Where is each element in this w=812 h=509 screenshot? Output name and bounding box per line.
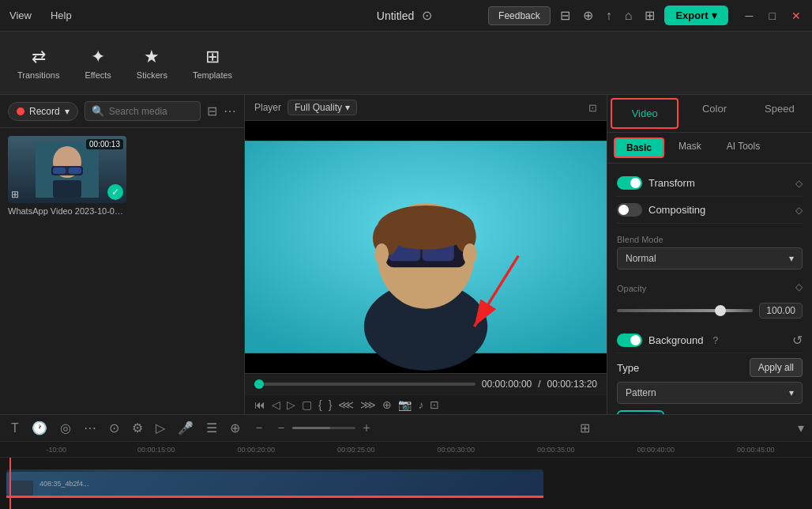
headphones-icon[interactable]: ⌂ bbox=[622, 7, 636, 25]
clip-thumbnail bbox=[9, 481, 33, 496]
quality-chevron: ▾ bbox=[345, 102, 350, 113]
list-icon[interactable]: ☰ bbox=[203, 419, 220, 437]
tab-speed[interactable]: Speed bbox=[747, 95, 812, 132]
compositing-knob bbox=[618, 205, 629, 215]
clock-icon[interactable]: 🕐 bbox=[28, 419, 51, 437]
tab-video[interactable]: Video bbox=[611, 98, 679, 129]
pattern-inner bbox=[618, 412, 663, 414]
snapshot-button[interactable]: 📷 bbox=[398, 398, 412, 411]
skip-back-button[interactable]: ⏮ bbox=[254, 398, 265, 411]
background-reset-icon[interactable]: ↺ bbox=[792, 333, 803, 348]
more-tools-icon[interactable]: ⋯ bbox=[81, 419, 100, 437]
media-item[interactable]: 00:00:13 ✓ ⊞ WhatsApp Video 2023-10-05..… bbox=[8, 136, 126, 216]
blend-mode-select[interactable]: Normal ▾ bbox=[617, 247, 803, 270]
record-button[interactable]: Record ▾ bbox=[8, 102, 78, 121]
mic-icon[interactable]: 🎤 bbox=[175, 419, 197, 437]
filter-icon[interactable]: ⊟ bbox=[207, 104, 217, 119]
settings-icon[interactable]: ⚙ bbox=[129, 419, 146, 437]
maximize-button[interactable]: □ bbox=[765, 8, 780, 24]
minus-icon[interactable]: － bbox=[250, 418, 269, 438]
transform-toggle[interactable] bbox=[617, 176, 642, 190]
pattern-thumbnail[interactable]: ⊙ bbox=[617, 410, 664, 414]
grid-icon[interactable]: ⊞ bbox=[641, 6, 658, 25]
fullscreen-icon[interactable]: ⊡ bbox=[588, 102, 597, 114]
background-row: Background ? ↺ bbox=[617, 325, 803, 353]
search-icon: 🔍 bbox=[92, 105, 104, 117]
sub-tab-mask[interactable]: Mask bbox=[667, 138, 712, 158]
toolbar-item-transitions[interactable]: ⇄ Transitions bbox=[6, 42, 70, 85]
toolbar-item-stickers[interactable]: ★ Stickers bbox=[126, 42, 179, 85]
sub-tab-aitools[interactable]: AI Tools bbox=[716, 138, 771, 158]
current-time: 00:00:00:00 bbox=[482, 379, 532, 390]
ruler-mark-0: -10:00 bbox=[6, 446, 107, 454]
background-toggle[interactable] bbox=[617, 334, 642, 347]
progress-track bbox=[254, 383, 476, 386]
zoom-plus-button[interactable]: ＋ bbox=[360, 420, 373, 436]
add-to-timeline-button[interactable]: ⊕ bbox=[382, 398, 392, 411]
text-tool-icon[interactable]: T bbox=[8, 420, 22, 437]
tab-color[interactable]: Color bbox=[682, 95, 746, 132]
mark-out-button[interactable]: } bbox=[329, 398, 333, 411]
compositing-row: Compositing ◇ bbox=[617, 197, 803, 224]
menu-view[interactable]: View bbox=[6, 8, 35, 23]
right-panel-sub-tabs: Basic Mask AI Tools bbox=[607, 133, 812, 164]
progress-thumb[interactable] bbox=[254, 379, 264, 389]
flags-icon[interactable]: ▷ bbox=[152, 419, 168, 437]
opacity-slider[interactable] bbox=[617, 309, 753, 312]
emoji-icon[interactable]: ◎ bbox=[57, 419, 74, 437]
playhead[interactable] bbox=[9, 458, 11, 509]
close-button[interactable]: ✕ bbox=[787, 8, 806, 24]
opacity-value: 100.00 bbox=[759, 303, 803, 319]
timeline-track[interactable]: 408:35_4b2f4... bbox=[6, 469, 543, 498]
toolbar-item-templates[interactable]: ⊞ Templates bbox=[182, 42, 243, 85]
feedback-button[interactable]: Feedback bbox=[488, 6, 551, 25]
export-button[interactable]: Export ▾ bbox=[664, 6, 727, 25]
cloud-icon[interactable]: ⊕ bbox=[580, 6, 596, 25]
progress-bar-container[interactable] bbox=[254, 383, 476, 386]
svg-rect-5 bbox=[53, 180, 81, 198]
window-controls: ─ □ ✕ bbox=[741, 8, 806, 24]
audio-button[interactable]: ♪ bbox=[418, 398, 423, 411]
target-icon[interactable]: ⊙ bbox=[106, 419, 122, 437]
menu-help[interactable]: Help bbox=[47, 8, 75, 23]
mark-in-button[interactable]: { bbox=[318, 398, 322, 411]
zoom-minus-button[interactable]: － bbox=[275, 420, 288, 436]
upload-icon[interactable]: ↑ bbox=[603, 7, 615, 25]
minimize-button[interactable]: ─ bbox=[741, 8, 758, 24]
person-icon[interactable]: ⊕ bbox=[227, 419, 243, 437]
right-panel: Video Color Speed Basic Mask AI Tools bbox=[607, 95, 812, 414]
next-frame-button[interactable]: ⋙ bbox=[360, 398, 376, 411]
title-info-icon[interactable]: ⊙ bbox=[419, 6, 435, 25]
more-options-icon[interactable]: ⋯ bbox=[224, 104, 236, 119]
transitions-icon: ⇄ bbox=[32, 47, 46, 67]
media-grid: 00:00:13 ✓ ⊞ WhatsApp Video 2023-10-05..… bbox=[0, 128, 244, 414]
timeline-more-icon[interactable]: ▾ bbox=[798, 420, 804, 435]
prev-frame-button[interactable]: ⋘ bbox=[338, 398, 354, 411]
player-footer: ⏮ ◁ ▷ ▢ { } ⋘ ⋙ ⊕ 📷 ♪ ⊡ bbox=[245, 394, 607, 414]
pattern-select[interactable]: Pattern ▾ bbox=[617, 382, 803, 404]
player-label: Player bbox=[254, 102, 281, 113]
background-info-icon[interactable]: ? bbox=[712, 335, 718, 346]
apply-all-button[interactable]: Apply all bbox=[750, 358, 803, 377]
play-button[interactable]: ▷ bbox=[287, 398, 295, 411]
right-panel-content: Transform ◇ Compositing ◇ Blend Mode Nor… bbox=[607, 164, 812, 414]
sub-tab-basic[interactable]: Basic bbox=[614, 138, 664, 158]
compositing-toggle[interactable] bbox=[617, 203, 642, 217]
stop-button[interactable]: ▢ bbox=[302, 398, 312, 411]
compositing-label: Compositing bbox=[648, 204, 705, 216]
transform-keyframe-icon[interactable]: ◇ bbox=[795, 178, 803, 189]
monitor-icon[interactable]: ⊟ bbox=[557, 6, 573, 25]
timeline-toolbar: T 🕐 ◎ ⋯ ⊙ ⚙ ▷ 🎤 ☰ ⊕ － － ＋ ⊞ ▾ bbox=[0, 415, 812, 442]
toolbar-item-effects[interactable]: ✦ Effects bbox=[73, 42, 122, 85]
blend-mode-chevron: ▾ bbox=[789, 253, 794, 264]
timeline-layout-icon[interactable]: ⊞ bbox=[580, 420, 590, 435]
opacity-keyframe-icon[interactable]: ◇ bbox=[795, 281, 803, 292]
search-input[interactable] bbox=[109, 106, 194, 117]
compositing-keyframe-icon[interactable]: ◇ bbox=[795, 205, 803, 216]
step-back-button[interactable]: ◁ bbox=[272, 398, 280, 411]
player-header: Player Full Quality ▾ ⊡ bbox=[245, 95, 607, 121]
quality-select[interactable]: Full Quality ▾ bbox=[288, 100, 357, 115]
clip-label: 408:35_4b2f4... bbox=[39, 480, 89, 488]
svg-rect-3 bbox=[53, 168, 66, 174]
resize-button[interactable]: ⊡ bbox=[430, 398, 439, 411]
